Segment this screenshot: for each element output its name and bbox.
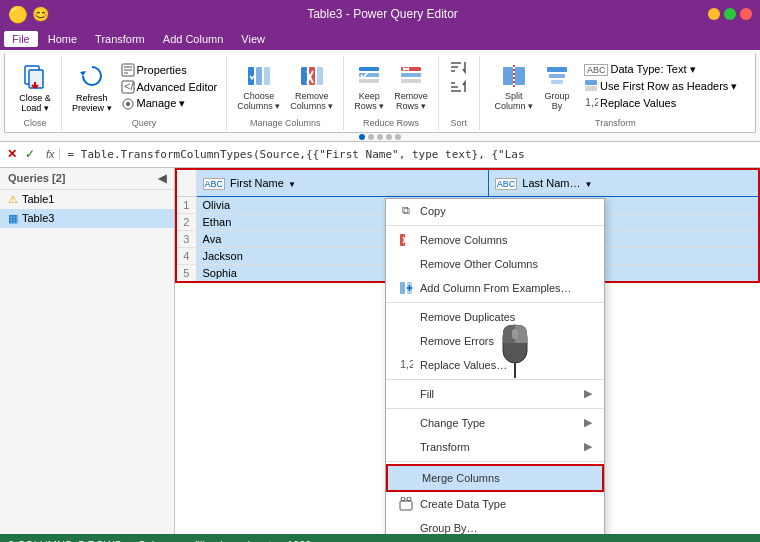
merge-cols-icon <box>400 470 416 486</box>
ctx-group-by[interactable]: Group By… <box>386 516 604 534</box>
manage-label: Manage ▾ <box>137 97 186 110</box>
svg-rect-26 <box>401 73 421 77</box>
nav-dot-4 <box>386 134 392 140</box>
group-by-button[interactable]: GroupBy <box>539 60 575 114</box>
svg-rect-51 <box>400 282 405 294</box>
svg-rect-15 <box>256 67 262 85</box>
svg-rect-36 <box>503 67 513 85</box>
status-bar: 2 COLUMNS, 5 ROWS Column profiling based… <box>0 534 760 542</box>
ctx-remove-columns[interactable]: Remove Columns <box>386 228 604 252</box>
lastname-dropdown-icon[interactable]: ▼ <box>585 180 593 189</box>
manage-button[interactable]: Manage ▾ <box>118 96 221 112</box>
ctx-fill[interactable]: Fill ▶ <box>386 382 604 406</box>
ctx-group-by-label: Group By… <box>420 522 477 534</box>
minimize-button[interactable] <box>708 8 720 20</box>
ribbon-group-close: Close &Load ▾ Close <box>9 56 62 130</box>
ctx-merge-columns-label: Merge Columns <box>422 472 500 484</box>
title-bar-icons: 🟡 😊 <box>8 5 49 24</box>
refresh-preview-button[interactable]: RefreshPreview ▾ <box>68 58 116 116</box>
remove-cols-ctx-icon <box>398 232 414 248</box>
ctx-add-col-examples[interactable]: Add Column From Examples… <box>386 276 604 300</box>
menu-view[interactable]: View <box>233 31 273 47</box>
remove-columns-button[interactable]: RemoveColumns ▾ <box>286 60 337 114</box>
sidebar-item-table3[interactable]: ▦ Table3 <box>0 209 174 228</box>
create-dt-icon <box>398 496 414 512</box>
remove-rows-button[interactable]: RemoveRows ▾ <box>390 60 432 114</box>
sidebar-item-table1[interactable]: ⚠ Table1 <box>0 190 174 209</box>
ctx-merge-columns[interactable]: Merge Columns <box>386 464 604 492</box>
replace-values-label: Replace Values <box>600 97 676 109</box>
svg-rect-42 <box>585 80 597 85</box>
remove-err-icon <box>398 333 414 349</box>
row-num-2: 2 <box>176 214 196 231</box>
refresh-icon <box>76 60 108 92</box>
remove-columns-icon <box>298 62 326 90</box>
ctx-copy[interactable]: ⧉ Copy <box>386 199 604 223</box>
ctx-transform[interactable]: Transform ▶ <box>386 435 604 459</box>
title-text: Table3 - Power Query Editor <box>57 7 708 21</box>
menu-file[interactable]: File <box>4 31 38 47</box>
svg-marker-5 <box>80 71 86 76</box>
sort-asc-button[interactable] <box>445 58 473 76</box>
data-type-button[interactable]: ABC Data Type: Text ▾ <box>581 62 740 77</box>
menu-home[interactable]: Home <box>40 31 85 47</box>
window-controls[interactable] <box>708 8 752 20</box>
transform-group-label: Transform <box>595 116 636 128</box>
ctx-create-data-type[interactable]: Create Data Type <box>386 492 604 516</box>
ribbon-group-reduce-rows: KeepRows ▾ RemoveRows ▾ Red <box>344 56 439 130</box>
ctx-remove-columns-label: Remove Columns <box>420 234 507 246</box>
column-header-row: ABC First Name ▼ ABC Last Nam… ▼ <box>176 169 759 197</box>
menu-add-column[interactable]: Add Column <box>155 31 232 47</box>
reduce-rows-buttons: KeepRows ▾ RemoveRows ▾ <box>350 58 432 116</box>
advanced-editor-button[interactable]: </> Advanced Editor <box>118 79 221 95</box>
ctx-remove-dup-label: Remove Duplicates <box>420 311 515 323</box>
change-type-icon <box>398 415 414 431</box>
ctx-copy-label: Copy <box>420 205 446 217</box>
sidebar-collapse-icon[interactable]: ◀ <box>158 172 166 185</box>
ctx-change-type[interactable]: Change Type ▶ <box>386 411 604 435</box>
close-load-button[interactable]: Close &Load ▾ <box>15 58 55 116</box>
formula-confirm-button[interactable]: ✓ <box>22 146 38 162</box>
formula-input[interactable]: = Table.TransformColumnTypes(Source,{{"F… <box>68 148 756 161</box>
data-area: ABC First Name ▼ ABC Last Nam… ▼ 1 Olivi… <box>175 168 760 534</box>
title-bar: 🟡 😊 Table3 - Power Query Editor <box>0 0 760 28</box>
nav-dot-1 <box>359 134 365 140</box>
first-row-headers-button[interactable]: Use First Row as Headers ▾ <box>581 78 740 94</box>
choose-columns-button[interactable]: ChooseColumns ▾ <box>233 60 284 114</box>
transform-small-buttons: ABC Data Type: Text ▾ Use First Row as H… <box>581 62 740 111</box>
col-header-firstname[interactable]: ABC First Name ▼ <box>196 169 488 197</box>
transform-ctx-icon <box>398 439 414 455</box>
sidebar-header: Queries [2] ◀ <box>0 168 174 190</box>
choose-columns-icon <box>245 62 273 90</box>
close-window-button[interactable] <box>740 8 752 20</box>
properties-button[interactable]: Properties <box>118 62 221 78</box>
split-column-button[interactable]: SplitColumn ▾ <box>490 60 537 114</box>
fx-label: fx <box>42 148 60 160</box>
ribbon: Close &Load ▾ Close RefreshPreview ▾ <box>0 50 760 142</box>
row-num-header <box>176 169 196 197</box>
firstname-dropdown-icon[interactable]: ▼ <box>288 180 296 189</box>
col-header-lastname[interactable]: ABC Last Nam… ▼ <box>488 169 759 197</box>
svg-rect-47 <box>512 329 518 339</box>
svg-rect-41 <box>551 80 563 84</box>
maximize-button[interactable] <box>724 8 736 20</box>
remove-rows-icon <box>397 62 425 90</box>
menu-transform[interactable]: Transform <box>87 31 153 47</box>
svg-text:1,2: 1,2 <box>585 96 598 108</box>
ctx-sep-4 <box>386 408 604 409</box>
mouse-cursor <box>495 323 535 378</box>
close-group-label: Close <box>23 116 46 128</box>
svg-rect-27 <box>401 79 421 83</box>
formula-cancel-button[interactable]: ✕ <box>4 146 20 162</box>
close-load-icon <box>19 60 51 92</box>
sidebar: Queries [2] ◀ ⚠ Table1 ▦ Table3 <box>0 168 175 534</box>
ctx-sep-5 <box>386 461 604 462</box>
ctx-remove-other-columns[interactable]: Remove Other Columns <box>386 252 604 276</box>
svg-rect-39 <box>547 67 567 72</box>
keep-rows-button[interactable]: KeepRows ▾ <box>350 60 388 114</box>
manage-cols-label: Manage Columns <box>250 116 321 128</box>
ctx-sep-1 <box>386 225 604 226</box>
sort-desc-button[interactable] <box>445 78 473 96</box>
replace-values-button[interactable]: 1,2 Replace Values <box>581 95 740 111</box>
ctx-transform-label: Transform <box>420 441 470 453</box>
